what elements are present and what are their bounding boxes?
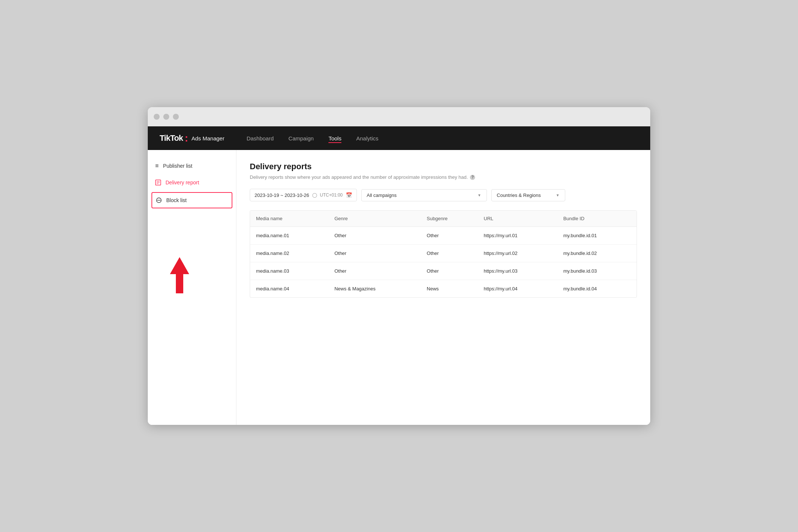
calendar-icon: 📅	[346, 192, 352, 198]
col-url: URL	[478, 211, 557, 227]
col-media-name: Media name	[250, 211, 328, 227]
nav-tools[interactable]: Tools	[328, 134, 341, 143]
date-range-picker[interactable]: 2023-10-19 ~ 2023-10-26 ◯ UTC+01:00 📅	[250, 189, 357, 201]
cell-genre: Other	[328, 262, 421, 280]
cell-bundle-id: my.bundle.id.01	[557, 227, 637, 245]
minimize-btn[interactable]	[163, 114, 169, 120]
cell-bundle-id: my.bundle.id.04	[557, 280, 637, 298]
sidebar: ≡ Publisher list Delivery report	[148, 150, 236, 219]
brand-subtitle: Ads Manager	[191, 135, 224, 141]
col-subgenre: Subgenre	[421, 211, 478, 227]
cell-bundle-id: my.bundle.id.03	[557, 262, 637, 280]
nav-campaign[interactable]: Campaign	[289, 134, 314, 143]
cell-subgenre: News	[421, 280, 478, 298]
maximize-btn[interactable]	[173, 114, 179, 120]
cell-media-name: media.name.04	[250, 280, 328, 298]
cell-genre: News & Magazines	[328, 280, 421, 298]
cell-genre: Other	[328, 227, 421, 245]
chevron-down-icon-region: ▼	[556, 193, 560, 197]
cell-subgenre: Other	[421, 227, 478, 245]
circle-icon: ◯	[312, 192, 317, 198]
arrow-annotation	[170, 257, 189, 293]
brand-logo: TikTok: Ads Manager	[160, 133, 224, 143]
campaign-dropdown[interactable]: All campaigns ▼	[361, 189, 487, 201]
cell-url: https://my.url.02	[478, 245, 557, 262]
delivery-table: Media name Genre Subgenre URL Bundle ID …	[250, 210, 637, 298]
cell-url: https://my.url.01	[478, 227, 557, 245]
table-header-row: Media name Genre Subgenre URL Bundle ID	[250, 211, 637, 227]
region-dropdown[interactable]: Countries & Regions ▼	[491, 189, 565, 201]
block-list-label: Block list	[166, 197, 187, 203]
cell-media-name: media.name.02	[250, 245, 328, 262]
chevron-down-icon: ▼	[478, 193, 481, 197]
content-area: Delivery reports Delivery reports show w…	[236, 150, 650, 425]
delivery-report-icon	[155, 180, 161, 185]
nav-analytics[interactable]: Analytics	[356, 134, 378, 143]
cell-url: https://my.url.03	[478, 262, 557, 280]
region-dropdown-label: Countries & Regions	[497, 192, 553, 198]
page-subtitle: Delivery reports show where your ads app…	[250, 174, 637, 180]
sidebar-item-publisher-list[interactable]: ≡ Publisher list	[148, 157, 236, 174]
cell-bundle-id: my.bundle.id.02	[557, 245, 637, 262]
cell-subgenre: Other	[421, 262, 478, 280]
cell-subgenre: Other	[421, 245, 478, 262]
page-title: Delivery reports	[250, 162, 637, 171]
table-row: media.name.02 Other Other https://my.url…	[250, 245, 637, 262]
cell-media-name: media.name.03	[250, 262, 328, 280]
cell-media-name: media.name.01	[250, 227, 328, 245]
cell-genre: Other	[328, 245, 421, 262]
block-icon	[156, 197, 162, 203]
sidebar-item-block-list[interactable]: Block list	[151, 192, 232, 208]
col-genre: Genre	[328, 211, 421, 227]
close-btn[interactable]	[154, 114, 160, 120]
cell-url: https://my.url.04	[478, 280, 557, 298]
sidebar-item-delivery-report[interactable]: Delivery report	[148, 174, 236, 191]
table-row: media.name.03 Other Other https://my.url…	[250, 262, 637, 280]
campaign-dropdown-label: All campaigns	[367, 192, 475, 198]
filters-row: 2023-10-19 ~ 2023-10-26 ◯ UTC+01:00 📅 Al…	[250, 189, 637, 201]
delivery-report-label: Delivery report	[166, 180, 199, 185]
date-range-text: 2023-10-19 ~ 2023-10-26	[255, 192, 309, 198]
col-bundle-id: Bundle ID	[557, 211, 637, 227]
top-nav: TikTok: Ads Manager Dashboard Campaign T…	[148, 126, 650, 150]
publisher-list-label: Publisher list	[163, 163, 192, 169]
list-icon: ≡	[155, 163, 158, 169]
brand-name: TikTok	[160, 133, 183, 143]
table-row: media.name.01 Other Other https://my.url…	[250, 227, 637, 245]
table-row: media.name.04 News & Magazines News http…	[250, 280, 637, 298]
info-icon: ?	[470, 175, 475, 180]
nav-dashboard[interactable]: Dashboard	[246, 134, 273, 143]
timezone-label: UTC+01:00	[320, 192, 343, 198]
titlebar	[148, 107, 650, 126]
